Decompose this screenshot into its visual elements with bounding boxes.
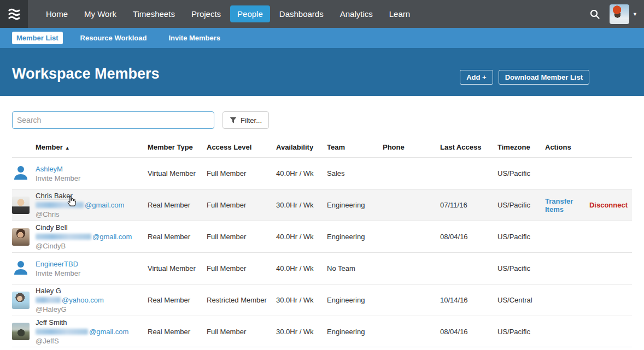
nav-item-projects[interactable]: Projects — [184, 5, 228, 22]
col-member[interactable]: Member▲ — [36, 143, 148, 151]
table-row[interactable]: Cindy Bell @gmail.com @CindyB Real Membe… — [12, 221, 632, 252]
user-menu-arrow-icon[interactable]: ▼ — [633, 11, 637, 17]
nav-item-dashboards[interactable]: Dashboards — [272, 5, 331, 22]
nav-items: Home My Work Timesheets Projects People … — [38, 5, 418, 22]
filter-button[interactable]: Filter... — [223, 111, 269, 129]
member-handle: @HaleyG — [36, 305, 143, 314]
table-row[interactable]: Chris Baker @gmail.com @Chris Real Membe… — [12, 189, 632, 221]
member-handle: @Chris — [36, 210, 143, 219]
member-name-link[interactable]: Chris Baker — [36, 191, 143, 200]
col-last-access[interactable]: Last Access — [440, 143, 497, 151]
toolbar: Filter... — [12, 111, 269, 129]
subnav-member-list[interactable]: Member List — [12, 32, 63, 44]
timezone-cell: US/Pacific — [497, 169, 545, 177]
table-row[interactable]: AshleyM Invite Member Virtual Member Ful… — [12, 157, 632, 189]
sort-asc-icon: ▲ — [65, 145, 70, 151]
team-cell: Sales — [327, 169, 383, 177]
col-phone[interactable]: Phone — [383, 143, 440, 151]
subnav-resource-workload[interactable]: Resource Workload — [76, 32, 151, 44]
team-cell: Engineering — [327, 201, 383, 209]
team-cell: Engineering — [327, 233, 383, 241]
member-name-link[interactable]: Jeff Smith — [36, 318, 143, 327]
team-cell: No Team — [327, 264, 383, 272]
add-button[interactable]: Add + — [460, 70, 493, 85]
col-availability[interactable]: Availability — [276, 143, 327, 151]
timezone-cell: US/Pacific — [497, 264, 545, 272]
nav-item-my-work[interactable]: My Work — [77, 5, 124, 22]
member-name-link[interactable]: Haley G — [36, 286, 143, 295]
member-photo-avatar — [12, 323, 30, 340]
team-cell: Engineering — [327, 296, 383, 304]
last-access-cell: 07/11/16 — [440, 201, 497, 209]
availability-cell: 30.0Hr / Wk — [276, 296, 327, 304]
member-photo-avatar — [12, 228, 30, 246]
member-name-link[interactable]: AshleyM — [36, 164, 143, 174]
member-handle: @CindyB — [36, 241, 143, 251]
actions-cell: Transfer Items Disconnect — [545, 197, 632, 213]
email-domain-link[interactable]: @gmail.com — [85, 200, 124, 210]
header-buttons: Add + Download Member List — [460, 70, 589, 85]
access-level-cell: Restricted Member — [207, 296, 276, 304]
email-domain-link[interactable]: @gmail.com — [89, 327, 128, 336]
timezone-cell: US/Pacific — [497, 233, 545, 241]
member-email[interactable]: @gmail.com — [36, 327, 143, 336]
access-level-cell: Full Member — [207, 264, 276, 272]
table-row[interactable]: Jeff Smith @gmail.com @JeffS Real Member… — [12, 316, 632, 347]
transfer-items-link[interactable]: Transfer Items — [545, 197, 582, 213]
workspace-members-page: { "nav": { "items": ["Home", "My Work", … — [0, 0, 644, 350]
search-input[interactable] — [12, 111, 214, 129]
timezone-cell: US/Pacific — [497, 328, 545, 336]
download-member-list-button[interactable]: Download Member List — [499, 70, 589, 85]
nav-item-timesheets[interactable]: Timesheets — [126, 5, 182, 22]
nav-item-home[interactable]: Home — [39, 5, 75, 22]
col-team[interactable]: Team — [327, 143, 383, 151]
access-level-cell: Full Member — [207, 201, 276, 209]
app-logo[interactable] — [0, 0, 28, 28]
col-member-type[interactable]: Member Type — [148, 143, 207, 151]
member-photo-avatar — [12, 197, 30, 214]
member-type-cell: Real Member — [148, 201, 207, 209]
access-level-cell: Full Member — [207, 233, 276, 241]
top-nav: Home My Work Timesheets Projects People … — [0, 0, 644, 28]
last-access-cell: 10/14/16 — [440, 296, 497, 304]
availability-cell: 40.0Hr / Wk — [276, 264, 327, 272]
col-member-label: Member — [36, 143, 63, 151]
member-email[interactable]: @gmail.com — [36, 200, 143, 210]
member-photo-avatar — [12, 292, 30, 309]
funnel-icon — [230, 117, 237, 123]
timezone-cell: US/Central — [497, 296, 545, 304]
disconnect-link[interactable]: Disconnect — [589, 201, 628, 209]
filter-label: Filter... — [241, 116, 262, 124]
member-type-cell: Virtual Member — [148, 169, 207, 177]
email-domain-link[interactable]: @gmail.com — [92, 232, 132, 241]
member-name-link[interactable]: EngineerTBD — [36, 259, 143, 269]
nav-item-people[interactable]: People — [230, 5, 270, 22]
nav-item-learn[interactable]: Learn — [382, 5, 417, 22]
invite-member-label: Invite Member — [36, 174, 143, 183]
invite-member-label: Invite Member — [36, 269, 143, 278]
email-domain-link[interactable]: @yahoo.com — [62, 295, 104, 305]
user-avatar[interactable] — [610, 4, 629, 24]
subnav-invite-members[interactable]: Invite Members — [164, 32, 225, 44]
table-row[interactable]: EngineerTBD Invite Member Virtual Member… — [12, 252, 632, 284]
nav-item-analytics[interactable]: Analytics — [333, 5, 380, 22]
waves-icon — [7, 8, 21, 21]
redacted-email-prefix — [36, 234, 91, 240]
redacted-email-prefix — [36, 202, 84, 208]
table-row[interactable]: Haley G @yahoo.com @HaleyG Real Member R… — [12, 284, 632, 316]
member-handle: @JeffS — [36, 336, 143, 346]
nav-right: ▼ — [587, 4, 644, 24]
member-email[interactable]: @yahoo.com — [36, 295, 143, 305]
search-icon[interactable] — [587, 6, 603, 22]
virtual-member-silhouette-icon — [12, 259, 30, 276]
people-subnav: Member List Resource Workload Invite Mem… — [0, 28, 644, 48]
page-header: Workspace Members Add + Download Member … — [0, 48, 644, 96]
col-access-level[interactable]: Access Level — [207, 143, 276, 151]
member-name-link[interactable]: Cindy Bell — [36, 223, 143, 232]
last-access-cell: 08/04/16 — [440, 328, 497, 336]
col-timezone[interactable]: Timezone — [497, 143, 545, 151]
member-email[interactable]: @gmail.com — [36, 232, 143, 241]
availability-cell: 40.0Hr / Wk — [276, 233, 327, 241]
redacted-email-prefix — [36, 297, 61, 303]
member-table: Member▲ Member Type Access Level Availab… — [0, 137, 644, 347]
